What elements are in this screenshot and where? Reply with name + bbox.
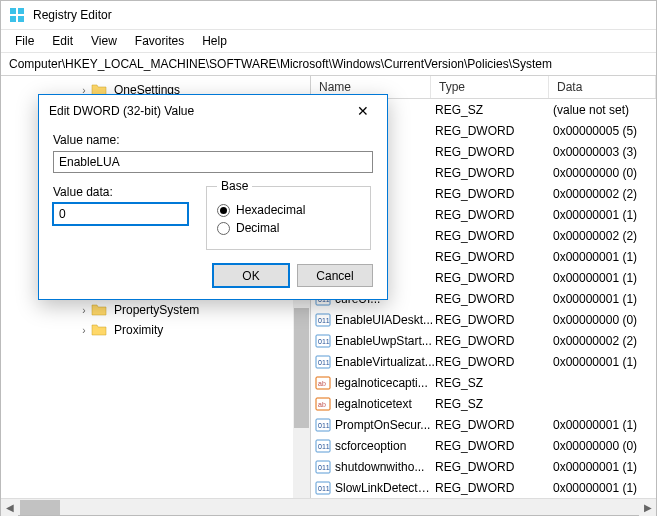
- scroll-thumb[interactable]: [20, 500, 60, 515]
- horizontal-scrollbar[interactable]: ◀ ▶: [1, 498, 656, 515]
- menu-help[interactable]: Help: [194, 32, 235, 50]
- app-title: Registry Editor: [33, 8, 112, 22]
- dialog-titlebar[interactable]: Edit DWORD (32-bit) Value ✕: [39, 95, 387, 127]
- svg-text:011: 011: [318, 464, 330, 471]
- value-type: REG_DWORD: [435, 460, 553, 474]
- value-data: 0x00000000 (0): [553, 439, 656, 453]
- value-data: 0x00000001 (1): [553, 250, 656, 264]
- value-type: REG_DWORD: [435, 124, 553, 138]
- radio-dec-label: Decimal: [236, 221, 279, 235]
- svg-text:011: 011: [318, 359, 330, 366]
- col-type[interactable]: Type: [431, 76, 549, 98]
- value-type: REG_DWORD: [435, 439, 553, 453]
- value-name: legalnoticetext: [335, 397, 435, 411]
- tree-item[interactable]: ›PropertySystem: [1, 300, 310, 320]
- menu-view[interactable]: View: [83, 32, 125, 50]
- radio-hex-icon[interactable]: [217, 204, 230, 217]
- value-data: 0x00000000 (0): [553, 313, 656, 327]
- value-type: REG_DWORD: [435, 208, 553, 222]
- close-icon[interactable]: ✕: [349, 103, 377, 119]
- ok-button[interactable]: OK: [213, 264, 289, 287]
- value-name: scforceoption: [335, 439, 435, 453]
- menu-file[interactable]: File: [7, 32, 42, 50]
- value-name-input[interactable]: [53, 151, 373, 173]
- list-row[interactable]: 011shutdownwitho...REG_DWORD0x00000001 (…: [311, 456, 656, 477]
- tree-item[interactable]: ›Proximity: [1, 320, 310, 340]
- col-data[interactable]: Data: [549, 76, 656, 98]
- titlebar: Registry Editor: [1, 1, 656, 30]
- chevron-icon[interactable]: ›: [77, 325, 91, 336]
- cancel-button[interactable]: Cancel: [297, 264, 373, 287]
- svg-text:011: 011: [318, 338, 330, 345]
- value-type: REG_DWORD: [435, 355, 553, 369]
- value-type: REG_DWORD: [435, 292, 553, 306]
- list-row[interactable]: 011SlowLinkDetectE...REG_DWORD0x00000001…: [311, 477, 656, 498]
- value-name: EnableVirtualizat...: [335, 355, 435, 369]
- svg-text:ab: ab: [318, 401, 326, 408]
- value-type: REG_DWORD: [435, 166, 553, 180]
- base-fieldset: Base Hexadecimal Decimal: [206, 179, 371, 250]
- tree-label: Proximity: [111, 322, 166, 338]
- value-type: REG_DWORD: [435, 271, 553, 285]
- radio-dec[interactable]: Decimal: [217, 221, 360, 235]
- menu-favorites[interactable]: Favorites: [127, 32, 192, 50]
- radio-dec-icon[interactable]: [217, 222, 230, 235]
- edit-dword-dialog: Edit DWORD (32-bit) Value ✕ Value name: …: [38, 94, 388, 300]
- list-row[interactable]: ablegalnoticecapti...REG_SZ: [311, 372, 656, 393]
- dialog-title-text: Edit DWORD (32-bit) Value: [49, 104, 194, 118]
- binary-value-icon: 011: [315, 438, 331, 454]
- value-name: EnableUIADeskt...: [335, 313, 435, 327]
- svg-rect-1: [18, 8, 24, 14]
- value-data: 0x00000005 (5): [553, 124, 656, 138]
- list-row[interactable]: ablegalnoticetextREG_SZ: [311, 393, 656, 414]
- address-bar[interactable]: Computer\HKEY_LOCAL_MACHINE\SOFTWARE\Mic…: [1, 53, 656, 76]
- svg-rect-2: [10, 16, 16, 22]
- value-data: 0x00000001 (1): [553, 481, 656, 495]
- value-data: 0x00000001 (1): [553, 460, 656, 474]
- tree-label: PropertySystem: [111, 302, 202, 318]
- scroll-right-icon[interactable]: ▶: [639, 499, 656, 516]
- menubar: File Edit View Favorites Help: [1, 30, 656, 53]
- value-data-label: Value data:: [53, 185, 188, 199]
- value-data: 0x00000001 (1): [553, 355, 656, 369]
- list-row[interactable]: 011EnableUwpStart...REG_DWORD0x00000002 …: [311, 330, 656, 351]
- value-name: EnableUwpStart...: [335, 334, 435, 348]
- list-row[interactable]: 011EnableVirtualizat...REG_DWORD0x000000…: [311, 351, 656, 372]
- list-row[interactable]: 011scforceoptionREG_DWORD0x00000000 (0): [311, 435, 656, 456]
- value-type: REG_DWORD: [435, 187, 553, 201]
- binary-value-icon: 011: [315, 333, 331, 349]
- value-data: 0x00000000 (0): [553, 166, 656, 180]
- chevron-icon[interactable]: ›: [77, 305, 91, 316]
- value-type: REG_SZ: [435, 397, 553, 411]
- value-data: 0x00000002 (2): [553, 334, 656, 348]
- value-type: REG_DWORD: [435, 313, 553, 327]
- value-name-label: Value name:: [53, 133, 373, 147]
- svg-text:011: 011: [318, 443, 330, 450]
- value-type: REG_DWORD: [435, 229, 553, 243]
- base-legend: Base: [217, 179, 252, 193]
- binary-value-icon: 011: [315, 417, 331, 433]
- folder-icon: [91, 322, 107, 338]
- binary-value-icon: 011: [315, 480, 331, 496]
- value-type: REG_DWORD: [435, 250, 553, 264]
- list-row[interactable]: 011EnableUIADeskt...REG_DWORD0x00000000 …: [311, 309, 656, 330]
- menu-edit[interactable]: Edit: [44, 32, 81, 50]
- value-data-input[interactable]: [53, 203, 188, 225]
- value-data: 0x00000002 (2): [553, 229, 656, 243]
- value-type: REG_DWORD: [435, 334, 553, 348]
- string-value-icon: ab: [315, 375, 331, 391]
- value-type: REG_DWORD: [435, 145, 553, 159]
- binary-value-icon: 011: [315, 354, 331, 370]
- value-name: shutdownwitho...: [335, 460, 435, 474]
- svg-rect-3: [18, 16, 24, 22]
- binary-value-icon: 011: [315, 459, 331, 475]
- value-type: REG_DWORD: [435, 418, 553, 432]
- radio-hex[interactable]: Hexadecimal: [217, 203, 360, 217]
- value-data: 0x00000001 (1): [553, 292, 656, 306]
- scroll-left-icon[interactable]: ◀: [1, 499, 18, 516]
- value-type: REG_DWORD: [435, 481, 553, 495]
- value-name: legalnoticecapti...: [335, 376, 435, 390]
- list-row[interactable]: 011PromptOnSecur...REG_DWORD0x00000001 (…: [311, 414, 656, 435]
- value-type: REG_SZ: [435, 376, 553, 390]
- binary-value-icon: 011: [315, 312, 331, 328]
